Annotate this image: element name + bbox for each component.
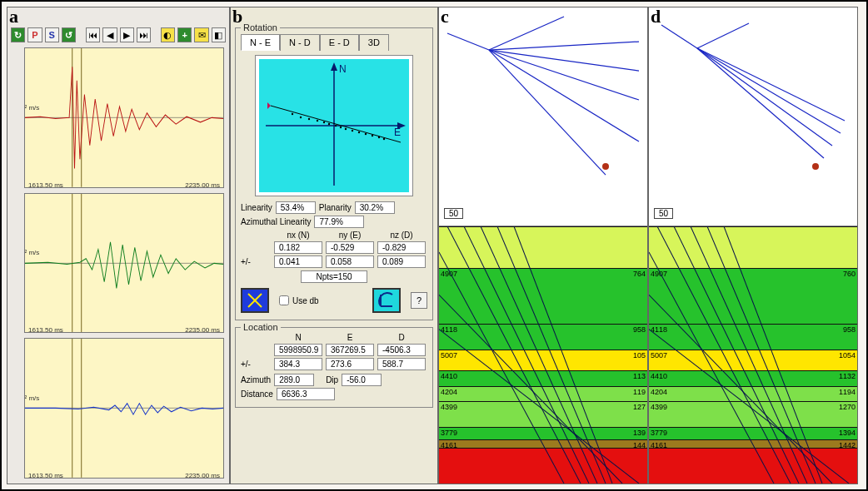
linearity-label: Linearity [241, 203, 272, 212]
svg-point-17 [328, 123, 330, 125]
svg-point-27 [308, 118, 310, 120]
p-phase-button[interactable]: P [27, 27, 42, 42]
usedb-checkbox[interactable]: Use db [279, 295, 319, 305]
svg-point-29 [292, 113, 293, 115]
x-right: 2235.00 ms [185, 326, 220, 333]
waveform-red[interactable]: ×10⁻² m/s 1613.50 ms 2235.00 ms [24, 47, 224, 188]
linearity-value: 53.4% [276, 201, 316, 214]
section-view-d[interactable]: 4907760411895850071054441011324204119443… [649, 226, 857, 484]
layer-left-label: 4204 [441, 388, 457, 396]
npts-value: Npts=150 [301, 270, 367, 283]
waveform-stack: ×10⁻² m/s 1613.50 ms 2235.00 ms ×10⁻² m/… [7, 44, 229, 484]
layer-right-label: 1394 [839, 429, 856, 437]
layer-right-label: 1132 [839, 372, 856, 380]
map-view-d[interactable]: 50 [649, 7, 857, 226]
svg-point-18 [335, 125, 337, 126]
help-icon[interactable]: ? [411, 292, 427, 309]
panel-c: c 50 49077644118958500710 [438, 7, 648, 484]
nz-value: -0.829 [377, 241, 426, 254]
layer-left-label: 4118 [651, 325, 667, 334]
layer-right-label: 139 [633, 429, 646, 437]
layer-left-label: 4410 [441, 372, 457, 380]
map-view-c[interactable]: 50 [439, 7, 647, 226]
planarity-value: 30.2% [355, 201, 395, 214]
ne-scatter-plot[interactable]: N E [259, 59, 409, 192]
layer-right-label: 958 [633, 325, 646, 334]
dim-icon[interactable]: ◧ [212, 27, 226, 42]
tab-3d[interactable]: 3D [359, 34, 389, 51]
tab-ed[interactable]: E - D [320, 34, 359, 51]
layer-left-label: 4204 [651, 388, 667, 396]
axes-icon[interactable] [241, 288, 269, 313]
svg-line-34 [447, 33, 489, 50]
tab-nd[interactable]: N - D [280, 34, 320, 51]
svg-point-16 [323, 122, 325, 123]
dip-label: Dip [326, 375, 338, 384]
loc-e-value: 367269.5 [326, 344, 374, 356]
waveform-blue[interactable]: ×10⁻² m/s 1613.50 ms 2235.00 ms [24, 338, 224, 479]
svg-point-24 [372, 135, 373, 136]
svg-marker-14 [267, 102, 271, 109]
svg-marker-10 [331, 62, 337, 71]
azlin-label: Azimuthal Linearity [241, 217, 311, 226]
svg-line-54 [697, 48, 845, 121]
layer-right-label: 958 [843, 325, 856, 334]
loc-d-value: -4506.3 [377, 344, 426, 356]
cycle2-icon[interactable]: ↺ [62, 27, 76, 42]
layer-left-label: 4410 [651, 372, 667, 380]
globe-icon[interactable]: ◐ [161, 27, 175, 42]
rotation-tabs: N - E N - D E - D 3D [241, 33, 427, 50]
strat-layer: 4907760 [649, 268, 857, 325]
e-axis-label: E [394, 126, 401, 138]
halfcircle-icon[interactable] [372, 288, 401, 313]
section-view-c[interactable]: 4907764411895850071054410113420411943991… [439, 226, 647, 484]
app-root: a ↻ P S ↺ ⏮ ◀ ▶ ⏭ ◐ + ✉ ◧ [0, 0, 868, 491]
distance-value: 6636.3 [277, 388, 335, 400]
ny-header: ny (E) [326, 231, 374, 240]
waveform-green[interactable]: ×10⁻² m/s 1613.50 ms 2235.00 ms [24, 193, 224, 334]
strat-layer [649, 448, 857, 484]
panel-a: a ↻ P S ↺ ⏮ ◀ ▶ ⏭ ◐ + ✉ ◧ [7, 7, 230, 484]
loc-e-header: E [326, 333, 374, 342]
next-icon[interactable]: ⏭ [137, 27, 151, 42]
tab-ne[interactable]: N - E [241, 34, 280, 51]
layer-left-label: 4399 [441, 403, 457, 411]
x-left: 1613.50 ms [28, 326, 63, 333]
layer-left-label: 4907 [441, 270, 457, 278]
svg-point-19 [340, 126, 342, 128]
y-axis-label: ×10⁻² m/s [24, 249, 39, 256]
svg-point-26 [383, 138, 385, 140]
play-icon[interactable]: ▶ [120, 27, 134, 42]
first-icon[interactable]: ⏮ [86, 27, 100, 42]
svg-line-40 [489, 50, 639, 71]
scale-badge: 50 [444, 208, 463, 219]
strat-layer: 4161144 [439, 439, 647, 447]
layer-right-label: 119 [633, 388, 646, 396]
loc-e-err: 273.6 [326, 358, 374, 370]
s-phase-button[interactable]: S [45, 27, 59, 42]
strat-layer: 4204119 [439, 386, 647, 402]
strat-layer [649, 226, 857, 267]
svg-point-20 [345, 128, 347, 130]
svg-line-13 [271, 106, 401, 142]
strat-layer: 5007105 [439, 350, 647, 370]
layer-right-label: 764 [633, 270, 646, 278]
strat-layer: 4399127 [439, 401, 647, 427]
ne-plot-frame: N E [255, 55, 413, 196]
loc-d-err: 588.7 [377, 358, 426, 370]
layer-right-label: 127 [633, 403, 646, 411]
svg-line-52 [697, 48, 832, 146]
env-icon[interactable]: ✉ [194, 27, 208, 42]
strat-layer [439, 448, 647, 484]
nx-value: 0.182 [274, 241, 322, 254]
zoom-icon[interactable]: + [177, 27, 192, 42]
strat-layer: 4118958 [439, 324, 647, 350]
layer-left-label: 4399 [651, 403, 667, 411]
prev-icon[interactable]: ◀ [102, 27, 117, 42]
ny-err: 0.058 [326, 255, 374, 268]
layer-left-label: 5007 [651, 351, 667, 360]
svg-point-25 [378, 136, 380, 138]
cycle-icon[interactable]: ↻ [11, 27, 25, 42]
strat-layer: 4410113 [439, 370, 647, 386]
svg-line-50 [661, 25, 697, 48]
